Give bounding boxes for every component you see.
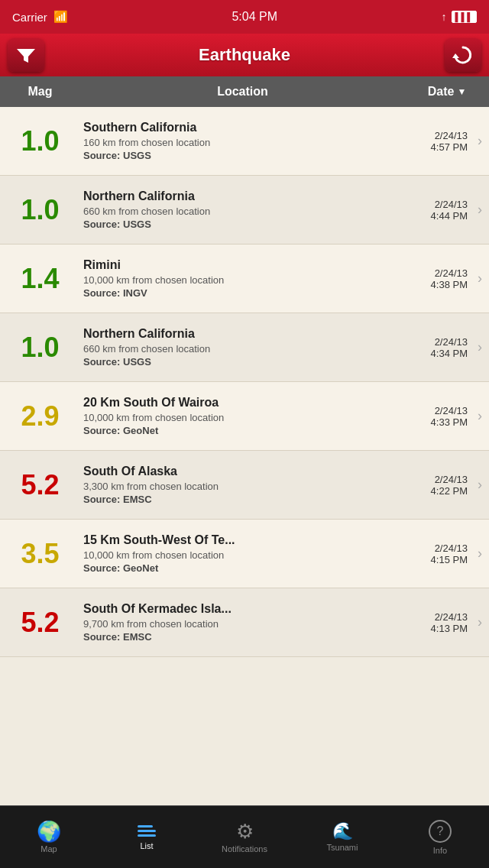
date-value: 2/24/13 4:15 PM [394, 542, 471, 565]
date-value: 2/24/13 4:38 PM [394, 267, 471, 290]
date-text: 2/24/13 [394, 267, 468, 279]
chevron-right-icon: › [471, 477, 489, 493]
location-name: Northern California [83, 327, 391, 341]
time-text: 4:57 PM [394, 141, 468, 153]
tab-map-label: Map [40, 844, 57, 853]
refresh-icon [452, 44, 474, 66]
distance-text: 10,000 km from chosen location [83, 274, 391, 286]
table-row[interactable]: 1.4 Rimini 10,000 km from chosen locatio… [0, 245, 489, 313]
chevron-right-icon: › [471, 614, 489, 630]
tab-tsunami[interactable]: 🌊 Tsunami [293, 806, 391, 868]
notifications-icon: ⚙ [236, 821, 254, 841]
date-text: 2/24/13 [394, 130, 468, 141]
location-icon: ↑ [442, 11, 447, 23]
magnitude-value: 5.2 [0, 607, 80, 639]
time-text: 4:13 PM [394, 623, 468, 634]
tab-tsunami-label: Tsunami [327, 843, 358, 852]
earthquake-info: Northern California 660 km from chosen l… [80, 183, 394, 236]
tab-info[interactable]: ? Info [391, 806, 489, 868]
mag-column-header: Mag [0, 85, 80, 99]
chevron-right-icon: › [471, 546, 489, 562]
earthquake-info: South Of Kermadec Isla... 9,700 km from … [80, 596, 394, 649]
earthquake-info: 15 Km South-West Of Te... 10,000 km from… [80, 527, 394, 580]
tab-list-label: List [140, 841, 153, 850]
tab-map[interactable]: 🌍 Map [0, 806, 98, 868]
table-row[interactable]: 5.2 South Of Alaska 3,300 km from chosen… [0, 451, 489, 520]
time-text: 4:44 PM [394, 210, 468, 222]
earthquake-info: Rimini 10,000 km from chosen location So… [80, 252, 394, 305]
time-text: 4:33 PM [394, 416, 468, 428]
location-name: South Of Kermadec Isla... [83, 602, 391, 616]
chevron-right-icon: › [471, 133, 489, 149]
location-name: Rimini [83, 258, 391, 272]
chevron-right-icon: › [471, 202, 489, 218]
location-name: 20 Km South Of Wairoa [83, 396, 391, 410]
distance-text: 10,000 km from chosen location [83, 412, 391, 423]
source-text: Source: USGS [83, 150, 391, 161]
filter-icon [15, 46, 37, 64]
app-header: Earthquake [0, 34, 489, 76]
map-icon: 🌍 [37, 821, 61, 841]
status-bar: Carrier 📶 5:04 PM ↑ ▌▌▌ [0, 0, 489, 34]
magnitude-value: 1.0 [0, 332, 80, 364]
battery-icon: ▌▌▌ [452, 11, 477, 23]
date-value: 2/24/13 4:44 PM [394, 199, 471, 222]
tab-list[interactable]: List [98, 806, 196, 868]
date-value: 2/24/13 4:22 PM [394, 474, 471, 497]
chevron-right-icon: › [471, 408, 489, 424]
date-text: 2/24/13 [394, 405, 468, 416]
source-text: Source: EMSC [83, 494, 391, 505]
date-value: 2/24/13 4:13 PM [394, 611, 471, 634]
table-row[interactable]: 2.9 20 Km South Of Wairoa 10,000 km from… [0, 382, 489, 451]
date-text: 2/24/13 [394, 199, 468, 210]
magnitude-value: 1.4 [0, 263, 80, 295]
status-left: Carrier 📶 [12, 10, 68, 24]
time-text: 4:22 PM [394, 485, 468, 497]
source-text: Source: EMSC [83, 631, 391, 643]
date-text: 2/24/13 [394, 474, 468, 485]
source-text: Source: GeoNet [83, 562, 391, 574]
location-name: South Of Alaska [83, 465, 391, 478]
distance-text: 660 km from chosen location [83, 206, 391, 217]
distance-text: 160 km from chosen location [83, 137, 391, 148]
wifi-icon: 📶 [53, 10, 68, 24]
app-title: Earthquake [199, 45, 290, 65]
location-name: 15 Km South-West Of Te... [83, 533, 391, 547]
source-text: Source: USGS [83, 356, 391, 368]
table-row[interactable]: 1.0 Northern California 660 km from chos… [0, 313, 489, 382]
magnitude-value: 2.9 [0, 400, 80, 432]
table-row[interactable]: 3.5 15 Km South-West Of Te... 10,000 km … [0, 520, 489, 588]
refresh-button[interactable] [445, 38, 481, 72]
location-name: Southern California [83, 121, 391, 134]
table-row[interactable]: 1.0 Northern California 660 km from chos… [0, 176, 489, 245]
source-text: Source: GeoNet [83, 425, 391, 436]
carrier-label: Carrier [12, 11, 47, 24]
earthquake-info: Northern California 660 km from chosen l… [80, 321, 394, 374]
source-text: Source: INGV [83, 287, 391, 299]
date-value: 2/24/13 4:34 PM [394, 336, 471, 359]
earthquake-info: Southern California 160 km from chosen l… [80, 115, 394, 167]
list-icon [138, 824, 156, 838]
earthquake-info: 20 Km South Of Wairoa 10,000 km from cho… [80, 390, 394, 442]
chevron-right-icon: › [471, 339, 489, 355]
tsunami-icon: 🌊 [332, 823, 353, 840]
distance-text: 3,300 km from chosen location [83, 481, 391, 492]
status-time: 5:04 PM [232, 10, 277, 24]
table-row[interactable]: 1.0 Southern California 160 km from chos… [0, 107, 489, 176]
tab-bar: 🌍 Map List ⚙ Notifications 🌊 Tsunami ? I… [0, 805, 489, 868]
distance-text: 9,700 km from chosen location [83, 618, 391, 630]
sort-icon: ▼ [457, 86, 466, 97]
tab-info-label: Info [433, 846, 447, 855]
location-name: Northern California [83, 189, 391, 203]
tab-notifications[interactable]: ⚙ Notifications [196, 806, 293, 868]
info-icon: ? [429, 820, 452, 843]
magnitude-value: 1.0 [0, 194, 80, 226]
magnitude-value: 3.5 [0, 538, 80, 570]
distance-text: 10,000 km from chosen location [83, 549, 391, 561]
source-text: Source: USGS [83, 219, 391, 230]
column-headers: Mag Location Date ▼ [0, 76, 489, 107]
status-right: ↑ ▌▌▌ [442, 11, 477, 23]
svg-marker-0 [452, 53, 459, 58]
table-row[interactable]: 5.2 South Of Kermadec Isla... 9,700 km f… [0, 588, 489, 657]
filter-button[interactable] [8, 38, 44, 72]
